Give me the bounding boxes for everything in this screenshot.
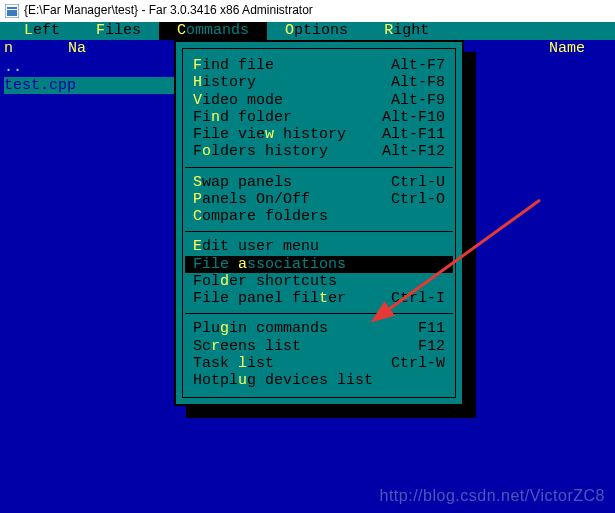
menu-item-label: Plugin commands xyxy=(193,320,418,337)
menu-separator xyxy=(185,231,453,232)
menu-item[interactable]: Panels On/OffCtrl-O xyxy=(185,191,453,208)
menu-bar: LeftFilesCommandsOptionsRight xyxy=(0,22,615,40)
menu-item[interactable]: Compare folders xyxy=(185,208,453,225)
menu-item-label: Folder shortcuts xyxy=(193,273,445,290)
menu-item-hotkey: F11 xyxy=(418,320,445,337)
menu-item-label: Task list xyxy=(193,355,391,372)
watermark: http://blog.csdn.net/VictorZC8 xyxy=(380,487,605,505)
svg-rect-2 xyxy=(7,10,17,16)
menu-item[interactable]: Edit user menu xyxy=(185,238,453,255)
menu-item[interactable]: File view historyAlt-F11 xyxy=(185,126,453,143)
menu-item-hotkey: Alt-F8 xyxy=(391,74,445,91)
menu-item[interactable]: Find folderAlt-F10 xyxy=(185,109,453,126)
col-header: Na xyxy=(68,40,168,57)
menu-item-label: File associations xyxy=(193,256,445,273)
menu-left[interactable]: Left xyxy=(6,22,78,39)
menu-item[interactable]: Folder shortcuts xyxy=(185,273,453,290)
menu-item-label: Hotplug devices list xyxy=(193,372,445,389)
menu-item[interactable]: Hotplug devices list xyxy=(185,372,453,389)
menu-item[interactable]: File panel filterCtrl-I xyxy=(185,290,453,307)
menu-item[interactable]: Swap panelsCtrl-U xyxy=(185,174,453,191)
menu-separator xyxy=(185,313,453,314)
menu-item-label: Edit user menu xyxy=(193,238,445,255)
app-icon xyxy=(4,3,20,19)
menu-right[interactable]: Right xyxy=(366,22,447,39)
menu-item-label: Find folder xyxy=(193,109,382,126)
menu-item-label: Folders history xyxy=(193,143,382,160)
menu-item-hotkey: Alt-F11 xyxy=(382,126,445,143)
menu-item-hotkey: Ctrl-I xyxy=(391,290,445,307)
menu-item-label: Panels On/Off xyxy=(193,191,391,208)
menu-item-label: Find file xyxy=(193,57,391,74)
menu-item[interactable]: Video modeAlt-F9 xyxy=(185,92,453,109)
menu-item[interactable]: HistoryAlt-F8 xyxy=(185,74,453,91)
window-title: {E:\Far Manager\test} - Far 3.0.3416 x86… xyxy=(24,4,313,18)
menu-separator xyxy=(185,167,453,168)
window-titlebar: {E:\Far Manager\test} - Far 3.0.3416 x86… xyxy=(0,0,615,22)
menu-item[interactable]: Folders historyAlt-F12 xyxy=(185,143,453,160)
menu-files[interactable]: Files xyxy=(78,22,159,39)
menu-item-label: History xyxy=(193,74,391,91)
right-panel-header: Name xyxy=(549,40,585,57)
menu-commands[interactable]: Commands xyxy=(159,22,267,39)
menu-item-hotkey: Alt-F7 xyxy=(391,57,445,74)
menu-item-hotkey: Ctrl-W xyxy=(391,355,445,372)
menu-item-hotkey: Alt-F10 xyxy=(382,109,445,126)
menu-item[interactable]: File associations xyxy=(185,256,453,273)
menu-item[interactable]: Plugin commandsF11 xyxy=(185,320,453,337)
menu-item-label: Screens list xyxy=(193,338,418,355)
menu-item[interactable]: Task listCtrl-W xyxy=(185,355,453,372)
menu-item-label: Compare folders xyxy=(193,208,445,225)
menu-item-hotkey: Ctrl-U xyxy=(391,174,445,191)
svg-rect-1 xyxy=(7,7,17,9)
menu-item-hotkey: Alt-F12 xyxy=(382,143,445,160)
menu-item-hotkey: Ctrl-O xyxy=(391,191,445,208)
menu-item-label: File view history xyxy=(193,126,382,143)
menu-item-label: Video mode xyxy=(193,92,391,109)
col-header: n xyxy=(4,40,68,57)
commands-menu-dropdown: Find fileAlt-F7HistoryAlt-F8Video modeAl… xyxy=(174,40,464,406)
menu-item-hotkey: F12 xyxy=(418,338,445,355)
menu-item-label: File panel filter xyxy=(193,290,391,307)
menu-item[interactable]: Screens listF12 xyxy=(185,338,453,355)
menu-options[interactable]: Options xyxy=(267,22,366,39)
menu-item-hotkey: Alt-F9 xyxy=(391,92,445,109)
menu-item-label: Swap panels xyxy=(193,174,391,191)
menu-item[interactable]: Find fileAlt-F7 xyxy=(185,57,453,74)
